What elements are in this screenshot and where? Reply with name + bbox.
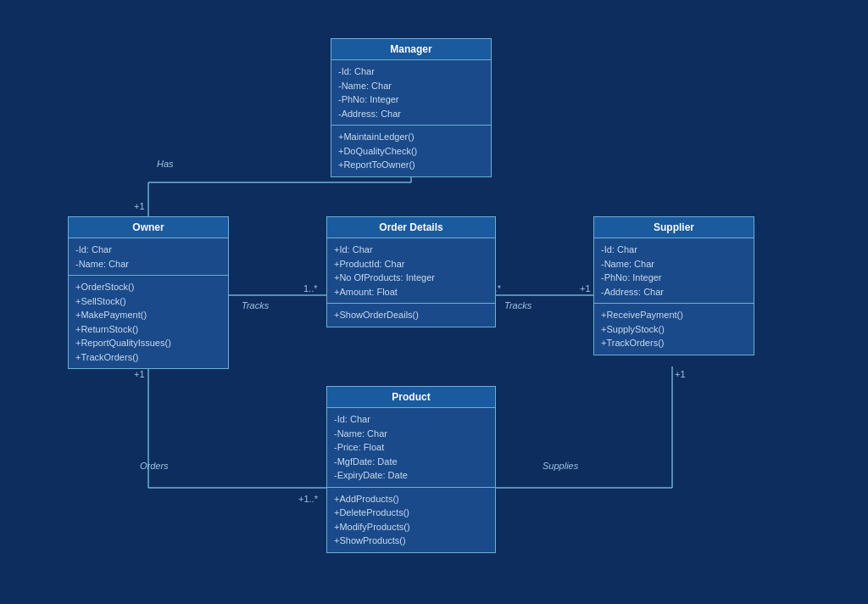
supplier-mult-supplies: +1: [675, 369, 686, 379]
supplier-attributes: -Id: Char -Name: Char -PhNo: Integer -Ad…: [594, 238, 754, 304]
product-mult-orders: +1..*: [298, 494, 318, 504]
manager-title: Manager: [331, 39, 491, 60]
owner-mult-has: +1: [134, 201, 145, 211]
supplies-label: Supplies: [542, 461, 578, 471]
supplier-class: Supplier -Id: Char -Name: Char -PhNo: In…: [593, 216, 754, 355]
order-details-methods: +ShowOrderDeails(): [327, 304, 495, 327]
owner-attributes: -Id: Char -Name: Char: [69, 238, 228, 276]
tracks-label-2: Tracks: [504, 300, 531, 310]
diagram-container: Has +1 +1 Tracks +1 1..* Tracks +1..* +1…: [0, 0, 868, 604]
orders-label: Orders: [140, 461, 169, 471]
tracks-label-1: Tracks: [242, 300, 269, 310]
product-attributes: -Id: Char -Name: Char -Price: Float -Mgf…: [327, 408, 495, 488]
product-class: Product -Id: Char -Name: Char -Price: Fl…: [326, 386, 496, 553]
manager-attributes: -Id: Char -Name: Char -PhNo: Integer -Ad…: [331, 60, 491, 126]
has-label: Has: [157, 159, 174, 169]
owner-title: Owner: [69, 217, 228, 238]
order-details-title: Order Details: [327, 217, 495, 238]
product-title: Product: [327, 387, 495, 408]
order-details-attributes: +Id: Char +ProductId: Char +No OfProduct…: [327, 238, 495, 304]
manager-class: Manager -Id: Char -Name: Char -PhNo: Int…: [331, 38, 492, 177]
orderdetails-mult-tracks: 1..*: [303, 283, 318, 294]
product-methods: +AddProducts() +DeleteProducts() +Modify…: [327, 488, 495, 552]
supplier-title: Supplier: [594, 217, 754, 238]
manager-methods: +MaintainLedger() +DoQualityCheck() +Rep…: [331, 126, 491, 176]
supplier-methods: +ReceivePayment() +SupplyStock() +TrackO…: [594, 304, 754, 355]
supplier-mult-tracks: +1: [580, 283, 591, 294]
owner-methods: +OrderStock() +SellStock() +MakePayment(…: [69, 276, 228, 368]
order-details-class: Order Details +Id: Char +ProductId: Char…: [326, 216, 496, 327]
owner-class: Owner -Id: Char -Name: Char +OrderStock(…: [68, 216, 229, 369]
owner-mult-orders: +1: [134, 369, 145, 379]
